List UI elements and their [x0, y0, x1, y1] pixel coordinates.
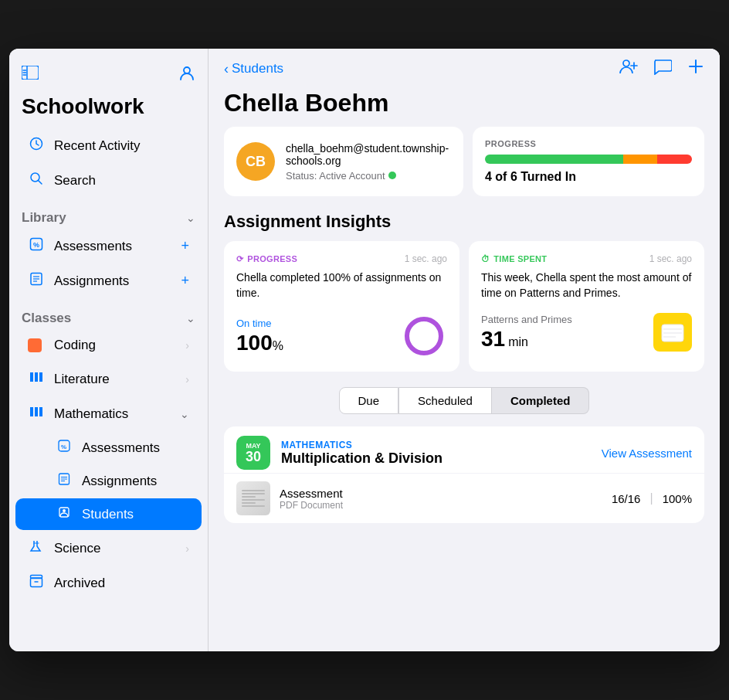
progress-card: PROGRESS 4 of 6 Turned In [473, 127, 704, 196]
mathematics-icon [28, 405, 45, 423]
time-insight-time: 1 sec. ago [649, 253, 692, 264]
mathematics-chevron-icon: ⌄ [180, 408, 189, 420]
time-metric-row: Patterns and Primes 31 min [481, 313, 692, 352]
app-title: Schoolwork [9, 94, 208, 128]
sidebar-item-students[interactable]: Students [15, 498, 202, 530]
tab-due[interactable]: Due [339, 387, 399, 414]
view-assessment-button[interactable]: View Assessment [602, 447, 692, 460]
library-assessments-label: Assessments [54, 239, 171, 254]
time-insight-desc: This week, Chella spent the most amount … [481, 270, 692, 301]
progress-metric-row: On time 100% [236, 313, 447, 359]
svg-rect-15 [30, 372, 33, 382]
add-group-icon[interactable] [619, 58, 638, 80]
time-icon [653, 313, 692, 352]
svg-point-33 [623, 60, 629, 66]
date-day: 30 [246, 450, 261, 464]
profile-info: chella_boehm@student.township-schools.or… [286, 142, 451, 182]
person-icon[interactable] [178, 64, 195, 85]
insights-row: ⟳ PROGRESS 1 sec. ago Chella completed 1… [224, 241, 704, 372]
sidebar-toggle-icon[interactable] [22, 66, 39, 83]
main-content: ‹ Students [209, 49, 720, 651]
assignments-add-icon[interactable]: + [181, 273, 189, 289]
math-assessments-label: Assessments [82, 440, 189, 456]
sidebar-item-library-assignments[interactable]: Assignments + [15, 264, 202, 297]
date-badge: MAY 30 [236, 436, 270, 470]
classes-chevron-icon: ⌄ [186, 312, 195, 325]
svg-line-8 [39, 181, 42, 185]
status-dot [388, 172, 396, 179]
progress-bar-red [657, 155, 692, 164]
svg-rect-18 [30, 407, 33, 416]
avatar: CB [236, 142, 275, 181]
classes-section-header[interactable]: Classes ⌄ [9, 298, 208, 329]
topic-label: Patterns and Primes [481, 314, 572, 325]
sidebar-item-literature[interactable]: Literature › [15, 362, 202, 396]
archived-icon [28, 574, 45, 592]
students-icon [56, 506, 73, 522]
math-assignments-icon [56, 473, 73, 489]
math-assignments-label: Assignments [82, 474, 189, 489]
search-icon [28, 172, 45, 189]
science-label: Science [54, 541, 176, 556]
progress-bar-green [485, 155, 623, 164]
coding-chevron-icon: › [185, 339, 189, 352]
library-title: Library [22, 210, 66, 226]
donut-chart [401, 313, 447, 359]
math-assessments-icon: % [56, 440, 73, 456]
recent-activity-label: Recent Activity [54, 138, 189, 154]
assessments-icon: % [28, 237, 45, 255]
assessments-add-icon[interactable]: + [181, 238, 189, 254]
back-label: Students [232, 61, 283, 76]
progress-insight-time: 1 sec. ago [405, 253, 447, 264]
student-status: Status: Active Account [286, 170, 451, 182]
profile-card: CB chella_boehm@student.township-schools… [224, 127, 463, 196]
progress-insight-card: ⟳ PROGRESS 1 sec. ago Chella completed 1… [224, 241, 459, 372]
sidebar-item-archived[interactable]: Archived [15, 566, 202, 600]
toolbar-left: ‹ Students [224, 61, 283, 77]
add-icon[interactable] [687, 58, 704, 80]
sidebar-item-math-assessments[interactable]: % Assessments [15, 432, 202, 464]
sidebar-header [9, 61, 208, 94]
svg-rect-17 [39, 372, 42, 382]
svg-rect-20 [39, 407, 42, 416]
item-info: Assessment PDF Document [280, 487, 602, 511]
sidebar-item-science[interactable]: Science › [15, 532, 202, 565]
progress-badge-icon: ⟳ [236, 254, 243, 264]
clock-icon [28, 137, 45, 155]
assignments-icon [28, 272, 45, 290]
sidebar-item-search[interactable]: Search [15, 164, 202, 197]
svg-point-28 [63, 509, 66, 512]
tab-scheduled[interactable]: Scheduled [398, 387, 492, 414]
tab-bar: Due Scheduled Completed [224, 387, 704, 414]
sidebar-item-mathematics[interactable]: Mathematics ⌄ [15, 397, 202, 430]
sidebar: Schoolwork Recent Activity Search [9, 49, 209, 651]
svg-point-5 [184, 67, 190, 73]
item-score: 16/16 [612, 492, 641, 505]
tab-completed[interactable]: Completed [492, 387, 590, 414]
progress-badge: ⟳ PROGRESS [236, 254, 297, 264]
assignment-header-row: MAY 30 MATHEMATICS Multiplication & Divi… [224, 426, 704, 473]
coding-label: Coding [54, 338, 176, 353]
students-label: Students [82, 507, 189, 522]
coding-icon [28, 338, 45, 352]
topic-metric: 31 min [481, 327, 572, 352]
science-icon [28, 539, 45, 557]
sidebar-item-coding[interactable]: Coding › [15, 330, 202, 361]
insight-header-time: ⏱ TIME SPENT 1 sec. ago [481, 253, 692, 264]
library-chevron-icon: ⌄ [186, 212, 195, 224]
sidebar-item-math-assignments[interactable]: Assignments [15, 465, 202, 497]
student-email: chella_boehm@student.township-schools.or… [286, 142, 451, 167]
item-type: PDF Document [280, 500, 602, 511]
search-label: Search [54, 173, 189, 189]
message-icon[interactable] [653, 58, 672, 80]
sidebar-item-recent-activity[interactable]: Recent Activity [15, 129, 202, 162]
insight-header-progress: ⟳ PROGRESS 1 sec. ago [236, 253, 447, 264]
library-section-header[interactable]: Library ⌄ [9, 198, 208, 229]
insights-title: Assignment Insights [224, 212, 704, 232]
back-button[interactable]: ‹ Students [224, 61, 283, 77]
sidebar-item-library-assessments[interactable]: % Assessments + [15, 229, 202, 263]
literature-label: Literature [54, 372, 176, 387]
progress-text: 4 of 6 Turned In [485, 170, 692, 184]
science-chevron-icon: › [185, 542, 189, 555]
item-name: Assessment [280, 487, 602, 500]
